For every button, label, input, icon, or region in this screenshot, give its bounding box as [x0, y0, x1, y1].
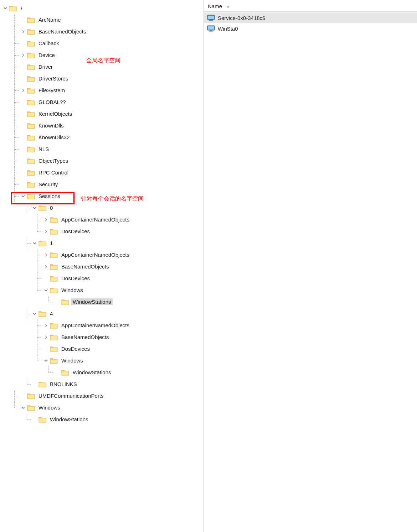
tree-item[interactable]: AppContainerNamedObjects	[37, 249, 204, 261]
tree-item[interactable]: DosDevices	[37, 343, 204, 355]
tree-item[interactable]: Windows	[37, 355, 204, 366]
tree-item-label: NLS	[37, 146, 50, 152]
chevron-down-icon[interactable]	[32, 205, 37, 210]
chevron-down-icon[interactable]	[21, 194, 26, 199]
tree-connector	[14, 84, 21, 96]
tree-item-label: Sessions	[37, 193, 62, 199]
tree-pane[interactable]: \ArcNameBaseNamedObjectsCallbackDeviceDr…	[0, 0, 204, 532]
folder-icon	[38, 416, 46, 423]
tree-item[interactable]: Device	[14, 49, 204, 61]
chevron-right-icon[interactable]	[43, 264, 48, 269]
chevron-right-icon[interactable]	[21, 88, 26, 93]
svg-rect-2	[210, 20, 212, 20]
tree-connector	[37, 214, 43, 225]
tree-connector	[14, 178, 21, 190]
tree-item[interactable]: AppContainerNamedObjects	[37, 214, 204, 225]
tree-item[interactable]: 1	[26, 237, 204, 249]
folder-icon	[27, 393, 35, 399]
chevron-right-icon[interactable]	[43, 323, 48, 328]
tree-item[interactable]: ArcName	[14, 14, 204, 26]
svg-rect-6	[210, 30, 212, 31]
tree-item[interactable]: FileSystem	[14, 84, 204, 96]
tree-item[interactable]: WindowStations	[26, 413, 204, 425]
folder-icon	[27, 122, 35, 129]
list-item[interactable]: WinSta0	[204, 23, 417, 34]
tree-item-label: Windows	[60, 287, 84, 293]
folder-icon	[50, 228, 58, 235]
tree-item[interactable]: KnownDlls32	[14, 131, 204, 143]
tree-item[interactable]: BaseNamedObjects	[37, 261, 204, 272]
chevron-right-icon[interactable]	[43, 217, 48, 222]
chevron-right-icon[interactable]	[21, 53, 26, 58]
folder-icon	[27, 146, 35, 152]
tree-item[interactable]: BNOLINKS	[26, 378, 204, 390]
sort-indicator-icon: ▴	[227, 4, 229, 9]
tree-item[interactable]: ObjectTypes	[14, 155, 204, 167]
folder-icon	[27, 64, 35, 70]
chevron-down-icon[interactable]	[43, 358, 48, 363]
tree-connector	[48, 296, 55, 308]
tree-item[interactable]: NLS	[14, 143, 204, 155]
tree-item[interactable]: Windows	[37, 284, 204, 296]
svg-rect-1	[208, 16, 214, 19]
tree-item[interactable]: KnownDlls	[14, 120, 204, 131]
tree-item-label: RPC Control	[37, 169, 70, 176]
folder-icon	[61, 299, 69, 305]
tree-connector	[37, 284, 43, 296]
monitor-icon	[207, 25, 215, 32]
chevron-down-icon[interactable]	[32, 311, 37, 316]
tree-item[interactable]: WindowStations	[48, 366, 204, 378]
chevron-right-icon[interactable]	[43, 252, 48, 257]
folder-icon	[50, 275, 58, 282]
chevron-down-icon[interactable]	[32, 241, 37, 246]
tree-item-label: \	[19, 5, 24, 11]
list-pane[interactable]: Name ▴ Service-0x0-3418c$WinSta0	[204, 0, 417, 532]
tree-item[interactable]: DosDevices	[37, 225, 204, 237]
folder-icon	[27, 111, 35, 117]
tree-item[interactable]: Security	[14, 178, 204, 190]
tree-item[interactable]: KernelObjects	[14, 108, 204, 120]
chevron-right-icon[interactable]	[43, 229, 48, 234]
tree-item[interactable]: UMDFCommunicationPorts	[14, 390, 204, 402]
list-item-label: Service-0x0-3418c$	[218, 15, 265, 21]
chevron-down-icon[interactable]	[21, 405, 26, 410]
tree-item-label: KnownDlls32	[37, 134, 71, 141]
tree-item[interactable]: DosDevices	[37, 272, 204, 284]
tree-connector	[14, 26, 21, 37]
tree-item-label: Windows	[37, 404, 62, 411]
tree-connector	[37, 343, 43, 355]
list-header[interactable]: Name ▴	[204, 0, 417, 12]
chevron-down-icon[interactable]	[43, 288, 48, 293]
tree-item[interactable]: Driver	[14, 61, 204, 73]
tree-item[interactable]: Windows	[14, 402, 204, 413]
tree-item[interactable]: Callback	[14, 37, 204, 49]
folder-icon	[50, 217, 58, 223]
tree-item[interactable]: AppContainerNamedObjects	[37, 319, 204, 331]
tree-connector	[14, 155, 21, 167]
tree-item[interactable]: RPC Control	[14, 167, 204, 178]
tree-item[interactable]: BaseNamedObjects	[14, 26, 204, 37]
tree-item[interactable]: 4	[26, 308, 204, 319]
chevron-right-icon[interactable]	[43, 335, 48, 340]
tree-item[interactable]: BaseNamedObjects	[37, 331, 204, 343]
chevron-right-icon[interactable]	[21, 29, 26, 34]
tree-item-label: KnownDlls	[37, 122, 65, 129]
chevron-down-icon[interactable]	[3, 6, 8, 11]
tree-item[interactable]: 0	[26, 202, 204, 214]
tree-item[interactable]: WindowStations	[48, 296, 204, 308]
list-item[interactable]: Service-0x0-3418c$	[204, 12, 417, 23]
tree-item[interactable]: GLOBAL??	[14, 96, 204, 108]
svg-rect-5	[208, 26, 214, 30]
tree-item[interactable]: \	[3, 2, 204, 14]
tree-connector	[14, 108, 21, 120]
tree-connector	[48, 366, 55, 378]
folder-icon	[50, 252, 58, 258]
tree-item[interactable]: Sessions	[14, 190, 204, 202]
column-header-name[interactable]: Name ▴	[207, 2, 231, 10]
tree-connector	[26, 413, 32, 425]
tree-connector	[37, 272, 43, 284]
tree-item[interactable]: DriverStores	[14, 73, 204, 84]
tree-connector	[37, 261, 43, 272]
folder-icon	[27, 99, 35, 105]
folder-icon	[27, 87, 35, 94]
